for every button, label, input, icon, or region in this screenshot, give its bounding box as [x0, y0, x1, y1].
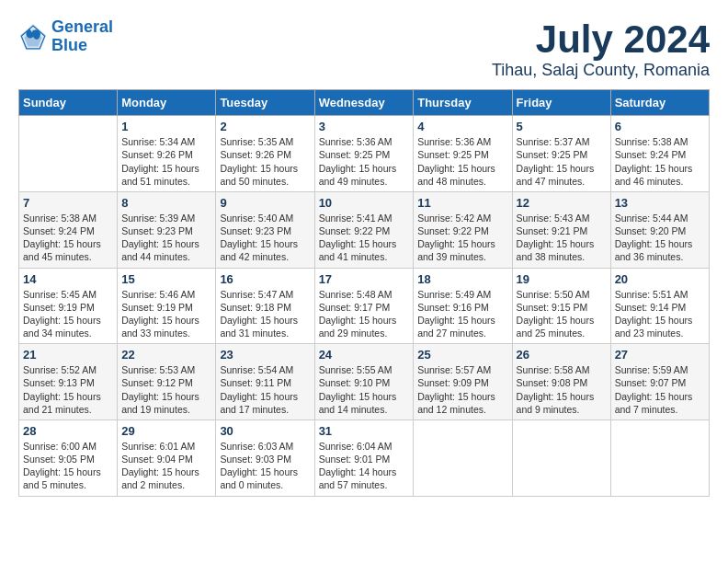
calendar-cell: 1Sunrise: 5:34 AM Sunset: 9:26 PM Daylig… [118, 116, 216, 192]
day-info: Sunrise: 5:49 AM Sunset: 9:16 PM Dayligh… [417, 288, 507, 340]
week-row-2: 7Sunrise: 5:38 AM Sunset: 9:24 PM Daylig… [19, 191, 710, 268]
calendar-cell: 27Sunrise: 5:59 AM Sunset: 9:07 PM Dayli… [610, 344, 709, 420]
day-info: Sunrise: 5:36 AM Sunset: 9:25 PM Dayligh… [417, 135, 507, 188]
calendar-cell: 25Sunrise: 5:57 AM Sunset: 9:09 PM Dayli… [414, 344, 512, 420]
day-info: Sunrise: 5:52 AM Sunset: 9:13 PM Dayligh… [23, 363, 113, 416]
day-info: Sunrise: 5:47 AM Sunset: 9:18 PM Dayligh… [220, 288, 310, 340]
calendar-cell: 12Sunrise: 5:43 AM Sunset: 9:21 PM Dayli… [512, 191, 610, 268]
day-number: 17 [319, 272, 410, 286]
calendar-cell: 30Sunrise: 6:03 AM Sunset: 9:03 PM Dayli… [216, 419, 314, 496]
calendar-cell: 3Sunrise: 5:36 AM Sunset: 9:25 PM Daylig… [314, 116, 414, 192]
day-info: Sunrise: 5:40 AM Sunset: 9:23 PM Dayligh… [220, 212, 310, 264]
day-info: Sunrise: 5:35 AM Sunset: 9:26 PM Dayligh… [220, 135, 310, 188]
weekday-header-monday: Monday [118, 90, 216, 116]
logo-icon [18, 22, 48, 52]
week-row-1: 1Sunrise: 5:34 AM Sunset: 9:26 PM Daylig… [19, 116, 710, 192]
calendar-cell: 18Sunrise: 5:49 AM Sunset: 9:16 PM Dayli… [414, 268, 512, 344]
calendar-cell [512, 419, 610, 496]
day-number: 27 [615, 348, 705, 362]
day-number: 22 [121, 348, 211, 362]
day-number: 24 [319, 348, 410, 362]
calendar-cell: 2Sunrise: 5:35 AM Sunset: 9:26 PM Daylig… [216, 116, 314, 192]
day-number: 25 [417, 348, 507, 362]
week-row-5: 28Sunrise: 6:00 AM Sunset: 9:05 PM Dayli… [19, 419, 710, 496]
day-info: Sunrise: 5:57 AM Sunset: 9:09 PM Dayligh… [417, 363, 507, 416]
calendar-cell: 28Sunrise: 6:00 AM Sunset: 9:05 PM Dayli… [19, 419, 118, 496]
day-number: 16 [220, 272, 310, 286]
day-info: Sunrise: 5:39 AM Sunset: 9:23 PM Dayligh… [121, 212, 211, 264]
day-info: Sunrise: 5:58 AM Sunset: 9:08 PM Dayligh… [517, 363, 607, 416]
calendar-cell: 15Sunrise: 5:46 AM Sunset: 9:19 PM Dayli… [118, 268, 216, 344]
logo-line1: General [51, 18, 113, 37]
day-info: Sunrise: 5:34 AM Sunset: 9:26 PM Dayligh… [121, 135, 211, 188]
day-number: 12 [517, 196, 607, 210]
day-info: Sunrise: 5:36 AM Sunset: 9:25 PM Dayligh… [319, 135, 410, 188]
calendar-cell: 4Sunrise: 5:36 AM Sunset: 9:25 PM Daylig… [414, 116, 512, 192]
calendar-cell [19, 116, 118, 192]
calendar-cell: 7Sunrise: 5:38 AM Sunset: 9:24 PM Daylig… [19, 191, 118, 268]
calendar-cell: 17Sunrise: 5:48 AM Sunset: 9:17 PM Dayli… [314, 268, 414, 344]
weekday-header-row: SundayMondayTuesdayWednesdayThursdayFrid… [19, 90, 710, 116]
weekday-header-wednesday: Wednesday [314, 90, 414, 116]
week-row-4: 21Sunrise: 5:52 AM Sunset: 9:13 PM Dayli… [19, 344, 710, 420]
day-number: 3 [319, 120, 410, 133]
day-info: Sunrise: 5:59 AM Sunset: 9:07 PM Dayligh… [615, 363, 705, 416]
calendar-cell [414, 419, 512, 496]
day-info: Sunrise: 5:43 AM Sunset: 9:21 PM Dayligh… [517, 212, 607, 264]
month-year-title: July 2024 [492, 18, 710, 61]
day-number: 8 [121, 196, 211, 210]
day-number: 21 [23, 348, 113, 362]
calendar-cell: 8Sunrise: 5:39 AM Sunset: 9:23 PM Daylig… [118, 191, 216, 268]
day-number: 4 [417, 120, 507, 133]
calendar-cell: 31Sunrise: 6:04 AM Sunset: 9:01 PM Dayli… [314, 419, 414, 496]
calendar-cell: 14Sunrise: 5:45 AM Sunset: 9:19 PM Dayli… [19, 268, 118, 344]
day-info: Sunrise: 5:48 AM Sunset: 9:17 PM Dayligh… [319, 288, 410, 340]
title-section: July 2024 Tihau, Salaj County, Romania [492, 18, 710, 80]
day-number: 5 [517, 120, 607, 133]
day-number: 30 [220, 424, 310, 438]
day-number: 10 [319, 196, 410, 210]
day-number: 15 [121, 272, 211, 286]
day-number: 31 [319, 424, 410, 438]
day-number: 19 [517, 272, 607, 286]
logo-line2: Blue [51, 37, 113, 55]
day-info: Sunrise: 5:44 AM Sunset: 9:20 PM Dayligh… [615, 212, 705, 264]
day-info: Sunrise: 5:38 AM Sunset: 9:24 PM Dayligh… [23, 212, 113, 264]
calendar-cell: 20Sunrise: 5:51 AM Sunset: 9:14 PM Dayli… [610, 268, 709, 344]
weekday-header-friday: Friday [512, 90, 610, 116]
calendar-cell: 5Sunrise: 5:37 AM Sunset: 9:25 PM Daylig… [512, 116, 610, 192]
day-info: Sunrise: 5:51 AM Sunset: 9:14 PM Dayligh… [615, 288, 705, 340]
calendar-cell: 23Sunrise: 5:54 AM Sunset: 9:11 PM Dayli… [216, 344, 314, 420]
day-number: 6 [615, 120, 705, 133]
day-number: 11 [417, 196, 507, 210]
calendar-table: SundayMondayTuesdayWednesdayThursdayFrid… [18, 89, 710, 496]
day-number: 14 [23, 272, 113, 286]
day-number: 23 [220, 348, 310, 362]
calendar-cell: 19Sunrise: 5:50 AM Sunset: 9:15 PM Dayli… [512, 268, 610, 344]
day-info: Sunrise: 5:38 AM Sunset: 9:24 PM Dayligh… [615, 135, 705, 188]
day-number: 9 [220, 196, 310, 210]
calendar-cell: 24Sunrise: 5:55 AM Sunset: 9:10 PM Dayli… [314, 344, 414, 420]
page-header: General Blue July 2024 Tihau, Salaj Coun… [18, 18, 710, 80]
calendar-cell: 21Sunrise: 5:52 AM Sunset: 9:13 PM Dayli… [19, 344, 118, 420]
day-info: Sunrise: 5:37 AM Sunset: 9:25 PM Dayligh… [517, 135, 607, 188]
calendar-cell: 10Sunrise: 5:41 AM Sunset: 9:22 PM Dayli… [314, 191, 414, 268]
logo: General Blue [18, 18, 113, 55]
day-number: 13 [615, 196, 705, 210]
calendar-cell: 16Sunrise: 5:47 AM Sunset: 9:18 PM Dayli… [216, 268, 314, 344]
day-number: 18 [417, 272, 507, 286]
day-info: Sunrise: 5:54 AM Sunset: 9:11 PM Dayligh… [220, 363, 310, 416]
calendar-cell [610, 419, 709, 496]
weekday-header-thursday: Thursday [414, 90, 512, 116]
calendar-cell: 11Sunrise: 5:42 AM Sunset: 9:22 PM Dayli… [414, 191, 512, 268]
day-info: Sunrise: 6:00 AM Sunset: 9:05 PM Dayligh… [23, 440, 113, 492]
calendar-cell: 22Sunrise: 5:53 AM Sunset: 9:12 PM Dayli… [118, 344, 216, 420]
day-number: 29 [121, 424, 211, 438]
calendar-cell: 13Sunrise: 5:44 AM Sunset: 9:20 PM Dayli… [610, 191, 709, 268]
day-info: Sunrise: 5:50 AM Sunset: 9:15 PM Dayligh… [517, 288, 607, 340]
calendar-cell: 9Sunrise: 5:40 AM Sunset: 9:23 PM Daylig… [216, 191, 314, 268]
week-row-3: 14Sunrise: 5:45 AM Sunset: 9:19 PM Dayli… [19, 268, 710, 344]
location-subtitle: Tihau, Salaj County, Romania [492, 61, 710, 80]
calendar-cell: 26Sunrise: 5:58 AM Sunset: 9:08 PM Dayli… [512, 344, 610, 420]
day-number: 1 [121, 120, 211, 133]
